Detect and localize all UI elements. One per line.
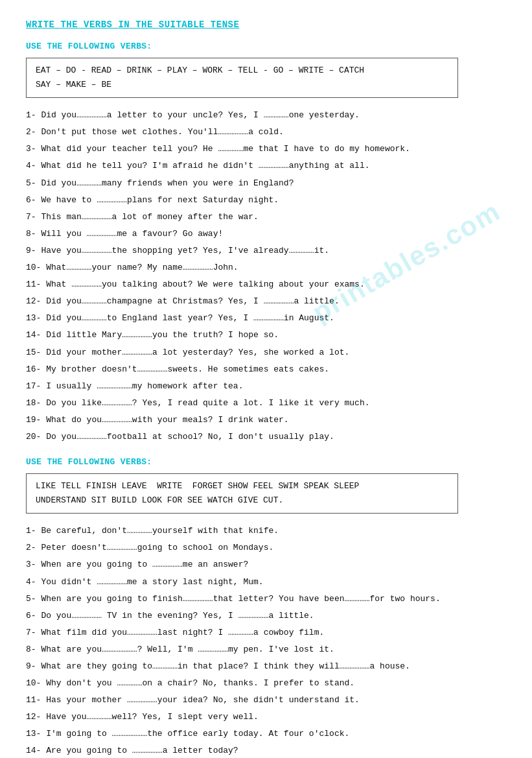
list-item: 10- Why don't you ……………on a chair? No, t… [26,676,506,691]
list-item: 6- Do you……………… TV in the evening? Yes, … [26,609,506,623]
page-title: WRITE THE VERBS IN THE SUITABLE TENSE [26,19,506,30]
list-item: 11- Has your mother ………………your idea? No,… [26,693,506,707]
section1-verb-box: EAT – DO - READ – DRINK – PLAY – WORK – … [26,58,458,98]
list-item: 1- Did you………………a letter to your uncle? … [26,108,506,123]
list-item: 10- What……………your name? My name………………Joh… [26,261,506,275]
list-item: 15- Did your mother………………a lot yesterday… [26,346,506,360]
list-item: 7- This man………………a lot of money after th… [26,210,506,224]
list-item: 11- What ………………you talking about? We wer… [26,278,506,292]
list-item: 4- What did he tell you? I'm afraid he d… [26,159,506,173]
list-item: 13- Did you……………to England last year? Ye… [26,311,506,326]
list-item: 18- Do you like………………? Yes, I read quite… [26,396,506,410]
list-item: 16- My brother doesn't………………sweets. He s… [26,362,506,377]
section1-exercises: 1- Did you………………a letter to your uncle? … [26,108,506,444]
list-item: 8- Will you ………………me a favour? Go away! [26,227,506,241]
list-item: 14- Did little Mary………………you the truth? … [26,328,506,342]
section2-exercises: 1- Be careful, don't……………yourself with t… [26,524,506,758]
list-item: 13- I'm going to …………………the office early… [26,727,506,741]
list-item: 7- What film did you………………last night? I … [26,626,506,640]
list-item: 5- Did you……………many friends when you wer… [26,176,506,191]
list-item: 2- Don't put those wet clothes. You'll……… [26,125,506,139]
list-item: 12- Did you……………champagne at Christmas? … [26,294,506,309]
list-item: 17- I usually …………………my homework after t… [26,379,506,394]
list-item: 14- Are you going to ………………a letter toda… [26,744,506,758]
list-item: 3- What did your teacher tell you? He ……… [26,142,506,156]
list-item: 6- We have to ………………plans for next Satur… [26,193,506,207]
list-item: 8- What are you…………………? Well, I'm ………………… [26,643,506,657]
list-item: 9- Have you………………the shopping yet? Yes, … [26,244,506,258]
section2-label: USE THE FOLLOWING VERBS: [26,457,506,467]
list-item: 1- Be careful, don't……………yourself with t… [26,524,506,538]
list-item: 5- When are you going to finish………………tha… [26,592,506,606]
section2-verb-box: LIKE TELL FINISH LEAVE WRITE FORGET SHOW… [26,473,458,514]
list-item: 19- What do you………………with your meals? I … [26,413,506,427]
section1-label: USE THE FOLLOWING VERBS: [26,41,506,51]
list-item: 3- When are you going to ………………me an ans… [26,558,506,572]
list-item: 2- Peter doesn't………………going to school on… [26,541,506,555]
list-item: 4- You didn't ………………me a story last nigh… [26,575,506,589]
list-item: 12- Have you……………well? Yes, I slept very… [26,710,506,724]
list-item: 9- What are they going to……………in that pl… [26,659,506,674]
list-item: 20- Do you………………football at school? No, … [26,430,506,444]
